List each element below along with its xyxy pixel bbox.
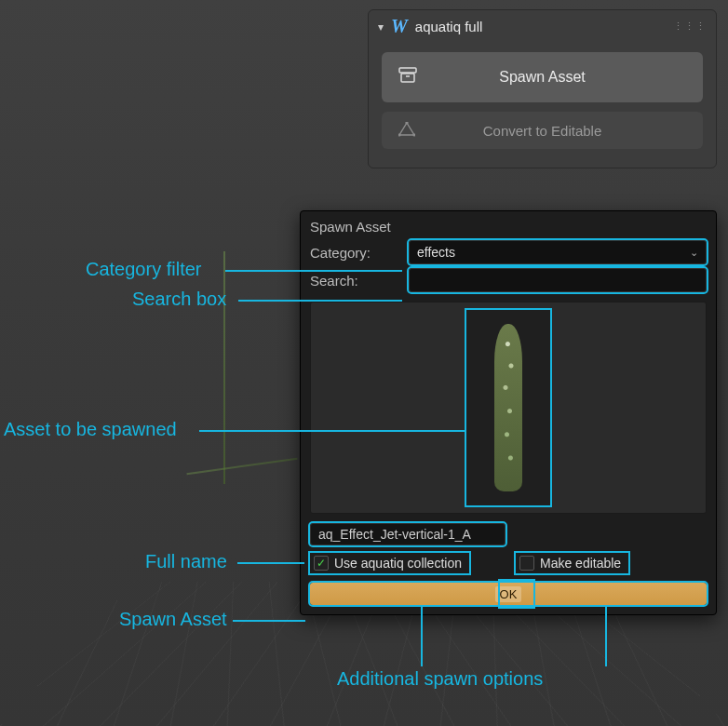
asset-thumbnail[interactable] bbox=[466, 310, 550, 505]
aquatiq-logo-icon: W bbox=[391, 16, 408, 37]
make-editable-label: Make editable bbox=[540, 556, 621, 571]
asset-name-field[interactable]: aq_Effect_Jet-vertical-1_A bbox=[310, 523, 506, 545]
chevron-down-icon: ▾ bbox=[378, 20, 384, 34]
svg-marker-3 bbox=[399, 123, 414, 135]
make-editable-checkbox[interactable]: Make editable bbox=[516, 553, 628, 573]
leader-line bbox=[233, 620, 305, 622]
panel-header[interactable]: ▾ W aquatiq full ⋮⋮⋮ bbox=[369, 10, 716, 43]
chevron-down-icon: ⌄ bbox=[690, 247, 698, 259]
category-value: effects bbox=[417, 245, 455, 260]
aquatiq-panel: ▾ W aquatiq full ⋮⋮⋮ Spawn Asset Convert… bbox=[368, 9, 717, 168]
leader-line bbox=[199, 430, 466, 432]
convert-editable-button[interactable]: Convert to Editable bbox=[382, 112, 703, 149]
use-collection-label: Use aquatiq collection bbox=[334, 556, 462, 571]
annotation-category: Category filter bbox=[86, 259, 202, 280]
convert-editable-label: Convert to Editable bbox=[483, 123, 602, 139]
leader-line bbox=[421, 605, 423, 666]
category-select[interactable]: effects ⌄ bbox=[409, 240, 707, 264]
grip-icon: ⋮⋮⋮ bbox=[673, 20, 707, 33]
annotation-spawn: Spawn Asset bbox=[119, 609, 227, 630]
leader-line bbox=[237, 562, 304, 564]
mesh-icon bbox=[398, 122, 415, 140]
leader-line bbox=[238, 300, 402, 302]
asset-preview-area bbox=[310, 302, 707, 514]
category-label: Category: bbox=[310, 245, 399, 261]
popup-title: Spawn Asset bbox=[310, 219, 707, 235]
use-collection-checkbox[interactable]: ✓ Use aquatiq collection bbox=[310, 553, 469, 573]
leader-line bbox=[605, 605, 607, 666]
checkbox-checked-icon: ✓ bbox=[314, 556, 329, 571]
svg-rect-1 bbox=[401, 74, 414, 82]
annotation-fullname: Full name bbox=[145, 551, 227, 572]
panel-title: aquatiq full bbox=[415, 19, 483, 34]
axis-x bbox=[186, 458, 297, 476]
checkbox-unchecked-icon bbox=[519, 556, 534, 571]
jet-preview-icon bbox=[494, 324, 522, 491]
leader-line bbox=[225, 270, 402, 272]
annotation-search: Search box bbox=[132, 289, 226, 310]
archive-icon bbox=[398, 67, 417, 87]
spawn-asset-button[interactable]: Spawn Asset bbox=[382, 52, 703, 102]
spawn-asset-label: Spawn Asset bbox=[499, 69, 586, 86]
annotation-options: Additional spawn options bbox=[337, 668, 543, 690]
ok-button[interactable]: OK bbox=[310, 583, 707, 605]
search-input[interactable] bbox=[409, 268, 707, 292]
ok-label: OK bbox=[495, 586, 522, 602]
svg-rect-0 bbox=[399, 68, 416, 73]
asset-name-value: aq_Effect_Jet-vertical-1_A bbox=[318, 527, 471, 542]
annotation-asset: Asset to be spawned bbox=[4, 419, 177, 440]
axis-y bbox=[223, 251, 225, 484]
search-label: Search: bbox=[310, 273, 399, 289]
